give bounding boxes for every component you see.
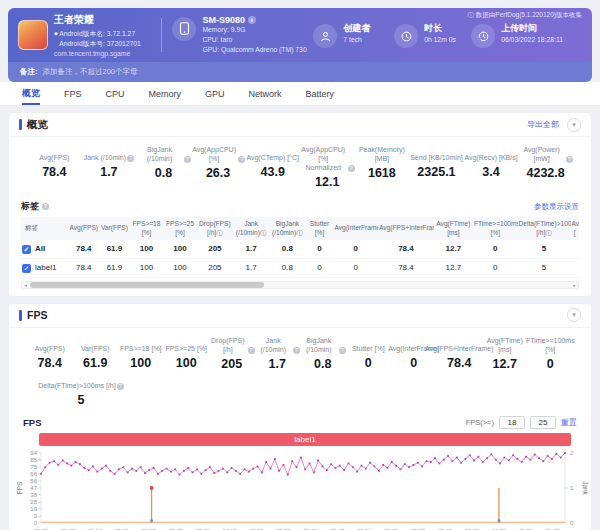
column-header: Drop(FPS) [/h]ⓘ: [197, 217, 233, 239]
row-value-cell: 100: [130, 258, 163, 277]
metric-label-text: Jank (/10min): [84, 153, 126, 162]
info-icon[interactable]: ?: [127, 155, 134, 162]
info-icon[interactable]: ?: [248, 347, 255, 354]
clock-icon: [394, 24, 418, 48]
row-value-cell: 12.7: [434, 240, 473, 259]
svg-text:66: 66: [30, 471, 37, 477]
metric-value: 0: [346, 356, 392, 370]
info-icon[interactable]: ?: [348, 165, 355, 172]
row-value-cell: 78.4: [68, 240, 99, 259]
device-model: SM-S9080: [202, 15, 245, 25]
row-value-cell: 1.7: [233, 240, 269, 259]
metric-value: 26.3: [191, 166, 246, 180]
info-icon[interactable]: ?: [339, 347, 346, 354]
creator-label: 创建者: [343, 22, 370, 35]
table-row: ✓label178.461.91001002051.70.80078.412.7…: [21, 258, 579, 277]
info-icon[interactable]: ?: [184, 156, 191, 163]
metric-item: Avg(Recv) [KB/s]3.4: [464, 145, 519, 189]
svg-text:Jank: Jank: [582, 481, 589, 495]
metric-label: Peak(Memory) [MB]: [355, 145, 410, 163]
info-icon[interactable]: ?: [238, 156, 245, 163]
row-value-cell: 5: [518, 258, 571, 277]
labels-table: 标签Avg(FPS)Var(FPS)FPS>=18 [%]FPS>=25 [%]…: [21, 217, 579, 277]
overview-card: 概览 导出全部 ▾ Avg(FPS)78.4Jank (/10min)?1.7B…: [8, 112, 592, 297]
metric-label: BigJank (/10min)?: [300, 336, 346, 354]
fps-threshold-input-2[interactable]: [530, 416, 556, 429]
metric-label-text: Avg(Power) [mW]: [518, 145, 565, 163]
svg-text:19: 19: [30, 506, 37, 512]
tab-network[interactable]: Network: [237, 82, 294, 105]
overview-collapse-button[interactable]: ▾: [567, 118, 581, 132]
column-header: FPS>=18 [%]: [130, 217, 163, 239]
metric-item: Var(FPS)61.9: [73, 336, 119, 371]
note-placeholder: 添加备注，不超过200个字母: [43, 67, 138, 77]
metric-item: Jank (/10min)?1.7: [255, 336, 301, 371]
fps-threshold-input-1[interactable]: [499, 416, 525, 429]
column-header: BigJank (/10min)ⓘ: [269, 217, 305, 239]
svg-text:0: 0: [570, 520, 574, 526]
metric-item: Drop(FPS) [/h]?205: [209, 336, 255, 371]
metric-label: Drop(FPS) [/h]?: [209, 336, 255, 354]
fps-metrics-row: Avg(FPS)78.4Var(FPS)61.9FPS>=18 [%]100FP…: [9, 328, 591, 373]
metric-value: 0.8: [300, 357, 346, 371]
metric-item: Delta(FTime)>100ms [/h]?5: [27, 373, 135, 407]
metric-label-text: Delta(FTime)>100ms [/h]: [38, 381, 115, 390]
tab-概览[interactable]: 概览: [10, 82, 52, 105]
metric-label-text: BigJank (/10min): [300, 336, 338, 354]
metric-value: 12.1: [300, 175, 355, 189]
row-value-cell: 61.9: [99, 258, 130, 277]
labels-info-icon[interactable]: ?: [42, 203, 49, 210]
device-info-icon[interactable]: i: [248, 16, 256, 24]
metric-label: Jank (/10min)?: [255, 336, 301, 354]
note-label: 备注:: [20, 67, 38, 77]
metric-label-text: Send [KB/10min]: [410, 153, 463, 162]
row-checkbox[interactable]: ✓: [22, 264, 31, 273]
note-bar[interactable]: 备注: 添加备注，不超过200个字母: [8, 62, 592, 82]
reset-link[interactable]: 重置: [561, 417, 577, 428]
metric-label-text: Drop(FPS) [/h]: [209, 336, 247, 354]
tab-gpu[interactable]: GPU: [193, 82, 237, 105]
info-icon[interactable]: ?: [117, 383, 124, 390]
column-header: Jank (/10min)ⓘ: [233, 217, 269, 239]
svg-text:94: 94: [30, 450, 37, 456]
header-divider: [161, 18, 162, 52]
labels-table-body: ✓All78.461.91001002051.70.80078.412.705✓…: [21, 240, 579, 278]
scroll-right-arrow[interactable]: ▸: [571, 282, 578, 289]
metric-label-text: Avg(AppCPU) [%] Normalized: [300, 145, 347, 172]
tab-fps[interactable]: FPS: [52, 82, 94, 105]
metric-label: Avg(CTemp) [°C]: [245, 145, 300, 162]
user-icon: [313, 24, 337, 48]
tab-memory[interactable]: Memory: [137, 82, 194, 105]
duration-label: 时长: [424, 22, 456, 35]
info-icon[interactable]: ?: [293, 347, 300, 354]
metric-item: BigJank (/10min)?0.8: [136, 145, 191, 189]
row-value-cell: 0: [333, 240, 378, 259]
metric-value: 3.4: [464, 165, 519, 179]
info-icon[interactable]: ?: [566, 156, 573, 163]
export-all-link[interactable]: 导出全部: [527, 119, 559, 130]
table-horizontal-scrollbar[interactable]: ◂ ▸: [21, 281, 579, 289]
column-header: FPS>=25 [%]: [163, 217, 196, 239]
tab-cpu[interactable]: CPU: [94, 82, 137, 105]
metric-item: Avg(AppCPU) [%] Normalized?12.1: [300, 145, 355, 189]
tab-battery[interactable]: Battery: [294, 82, 347, 105]
report-header: ⓘ 数据由PerfDog(5.1.220120)版本收集 王者荣耀 ◆ Andr…: [8, 8, 592, 62]
metric-item: Jank (/10min)?1.7: [82, 145, 137, 189]
device-info-block: SM-S9080i Memory: 9.9G CPU: taro GPU: Qu…: [172, 15, 313, 56]
fps-collapse-button[interactable]: ▾: [567, 308, 581, 322]
display-settings-link[interactable]: 参数显示设置: [534, 202, 579, 212]
fps-card: FPS ▾ Avg(FPS)78.4Var(FPS)61.9FPS>=18 [%…: [8, 303, 592, 530]
metric-label: Var(FPS): [73, 336, 119, 353]
metric-label: Avg(FPS): [27, 145, 82, 162]
svg-text:47: 47: [30, 485, 37, 491]
svg-text:1: 1: [570, 485, 574, 491]
metric-label: FTime>=100ms [%]: [528, 336, 574, 354]
svg-text:56: 56: [30, 478, 37, 484]
row-checkbox[interactable]: ✓: [22, 245, 31, 254]
row-value-cell: 0: [306, 240, 334, 259]
metric-label: Stutter [%]: [346, 336, 392, 353]
scroll-left-arrow[interactable]: ◂: [22, 282, 29, 289]
game-version-name: Android版本名: 3.72.1.27: [59, 30, 135, 37]
metric-label-text: FPS>=25 [%]: [165, 344, 207, 353]
table-scroll-thumb[interactable]: [30, 282, 264, 288]
